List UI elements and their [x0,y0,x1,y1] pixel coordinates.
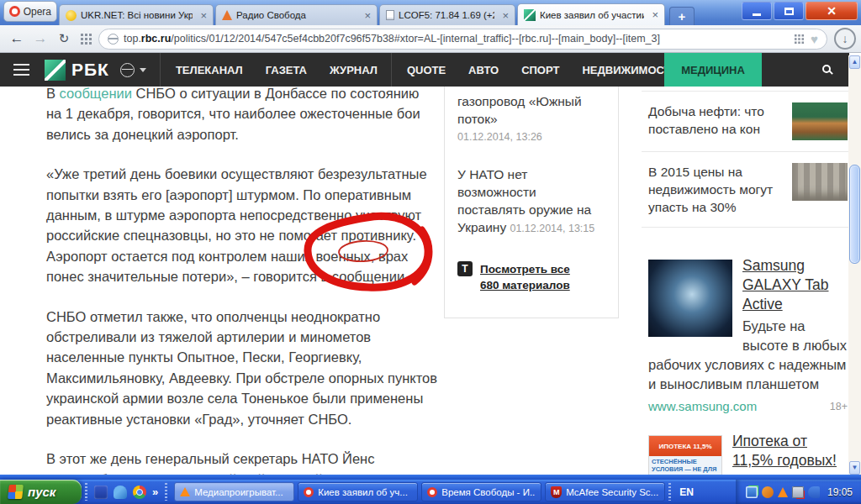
language-globe-icon[interactable] [120,63,135,77]
task-buttons: Медиапроигрыват... Киев заявил об уч... … [174,482,665,501]
divx-icon[interactable] [94,486,108,499]
bookmark-heart-icon[interactable]: ♥ [811,32,818,46]
nav-telekanal[interactable]: ТЕЛЕКАНАЛ [176,64,243,76]
news-title[interactable]: В 2015 цены на недвижимость могут упасть… [648,163,774,216]
screen: Opera UKR.NET: Всі новини Украї × Радио … [0,0,861,504]
feed-t-icon: T [457,261,473,276]
tab-close-icon[interactable]: × [648,8,658,21]
feed-item[interactable]: У НАТО нет возможности поставлять оружие… [457,165,605,236]
hamburger-menu-icon[interactable] [13,69,29,71]
vlc-tray-icon[interactable] [778,487,788,497]
network-disconnected-icon[interactable] [792,486,804,498]
search-icon[interactable] [822,65,831,73]
feed-item[interactable]: газопровод «Южный поток» 01.12.2014, 13:… [457,92,605,143]
ipoteka-ad[interactable]: ИПОТЕКА 11,5% СТЕСНЁННЫЕ УСЛОВИЯ — НЕ ДЛ… [642,432,849,475]
nav-avto[interactable]: АВТО [468,64,499,76]
toolbar-handle[interactable] [668,483,671,501]
browser-tab-svoboda[interactable]: Радио Свобода × [215,4,378,25]
article-paragraph: В этот же день генеральный секретарь НАТ… [46,449,438,475]
task-label: McAfee Security Sc... [566,487,659,497]
speed-dial-icon[interactable] [81,34,92,45]
url-field[interactable]: top.rbc.ru/politics/01/12/2014/547c5ef4c… [98,29,827,50]
tray-downloader-icon[interactable] [762,486,774,498]
language-indicator[interactable]: EN [679,486,694,498]
download-manager-icon[interactable] [114,486,127,499]
browser-tab-lcof5[interactable]: LCOF5: 71.84 1.69 (+2.41% × [379,4,515,25]
scroll-up-arrow[interactable]: ▲ [849,55,860,69]
taskbar-button-vlc[interactable]: Медиапроигрыват... [174,482,294,501]
document-favicon [386,10,394,20]
divider [160,53,161,87]
extensions-grid-icon[interactable] [795,34,804,43]
article-paragraph: СНБО отметил также, что ополченцы неодно… [46,307,438,429]
nav-quote[interactable]: QUOTE [407,64,446,76]
ad-age-badge: 18+ [830,401,848,412]
url-text[interactable]: top.rbc.ru/politics/01/12/2014/547c5ef4c… [124,33,789,45]
taskbar-button-opera-svoboda[interactable]: Время Свободы - И... [421,482,541,501]
browser-tab-active-rbc[interactable]: Киев заявил об участии ро × [517,3,665,25]
nav-sport[interactable]: СПОРТ [521,64,559,76]
downloads-button[interactable]: ↓ [834,28,856,50]
article-link[interactable]: сообщении [60,87,132,101]
tab-close-icon[interactable]: × [361,9,371,22]
sidebar: Добыча нефти: что поставлено на кон В 20… [642,87,849,475]
system-tray: 19:05 [736,480,861,504]
nav-medicina-button[interactable]: МЕДИЦИНА [664,53,762,87]
browser-titlebar: Opera UKR.NET: Всі новини Украї × Радио … [0,0,861,25]
toolbar-handle[interactable] [165,483,167,501]
ukrnet-favicon [66,10,77,21]
taskbar-button-mcafee[interactable]: M McAfee Security Sc... [545,482,665,501]
view-all-line2: 680 материалов [480,279,570,291]
rbc-logo[interactable]: РБК [45,60,109,81]
toolbar-handle[interactable] [85,483,87,501]
feed-item-time: 01.12.2014, 13:15 [510,223,594,234]
taskbar-clock[interactable]: 19:05 [827,486,853,498]
feed-item-time: 01.12.2014, 13:26 [457,131,605,143]
page-scrollbar[interactable]: ▲ ▼ [848,55,861,475]
restore-button[interactable] [774,2,804,20]
ad-title-link[interactable]: Ипотека от 11,5% годовых! [732,433,837,469]
nav-gazeta[interactable]: ГАЗЕТА [266,64,307,76]
taskbar-button-opera-rbc[interactable]: Киев заявил об уч... [298,482,418,501]
nav-zhurnal[interactable]: ЖУРНАЛ [330,64,378,76]
sidebar-news-item[interactable]: Добыча нефти: что поставлено на кон [642,92,849,151]
scroll-down-arrow[interactable]: ▼ [849,461,860,475]
article-body: В сообщении СНБО о ситуации в Донбассе п… [46,87,438,475]
network-activity-icon[interactable] [746,486,758,498]
chrome-icon[interactable] [133,486,146,499]
restore-icon [784,8,794,15]
divider [642,227,849,228]
windows-flag-icon [8,485,24,499]
sidebar-news-item[interactable]: В 2015 цены на недвижимость могут упасть… [642,152,849,227]
forward-button[interactable]: → [29,30,52,47]
tab-close-icon[interactable]: × [197,9,207,22]
scrollbar-thumb[interactable] [849,165,860,264]
article-text: В [46,87,60,101]
overflow-chevron-icon[interactable]: » [152,486,158,498]
opera-menu-label: Opera [24,6,51,18]
start-button[interactable]: пуск [0,480,82,504]
buildings-thumbnail [792,163,848,201]
feed-item-title[interactable]: газопровод «Южный поток» [457,92,605,128]
opera-logo-icon [9,6,20,17]
ad-url[interactable]: www.samsung.com [648,399,757,413]
minimize-button[interactable] [742,2,772,20]
news-title[interactable]: Добыча нефти: что поставлено на кон [648,102,774,140]
ad-title-link[interactable]: Samsung GALAXY Tab Active [742,257,828,312]
browser-tab-ukrnet[interactable]: UKR.NET: Всі новини Украї × [59,4,214,25]
reload-button[interactable]: ↻ [52,31,76,46]
start-label: пуск [28,485,55,499]
tab-label: Киев заявил об участии ро [540,10,644,20]
chevron-down-icon[interactable] [140,68,146,72]
close-button[interactable]: ✕ [806,2,858,20]
ipoteka-banner-image: ИПОТЕКА 11,5% СТЕСНЁННЫЕ УСЛОВИЯ — НЕ ДЛ… [648,435,722,475]
back-button[interactable]: ← [5,30,29,47]
tab-close-icon[interactable]: × [499,9,509,22]
rbc-logo-icon [45,60,66,81]
mcafee-shield-icon: M [551,486,562,498]
samsung-ad[interactable]: Samsung GALAXY Tab Active Будьте на высо… [642,256,849,413]
opera-menu-button[interactable]: Opera [3,1,57,22]
new-tab-button[interactable]: + [669,7,695,25]
view-all-link[interactable]: T Посмотреть все 680 материалов [457,261,605,293]
volume-icon[interactable] [808,486,820,498]
